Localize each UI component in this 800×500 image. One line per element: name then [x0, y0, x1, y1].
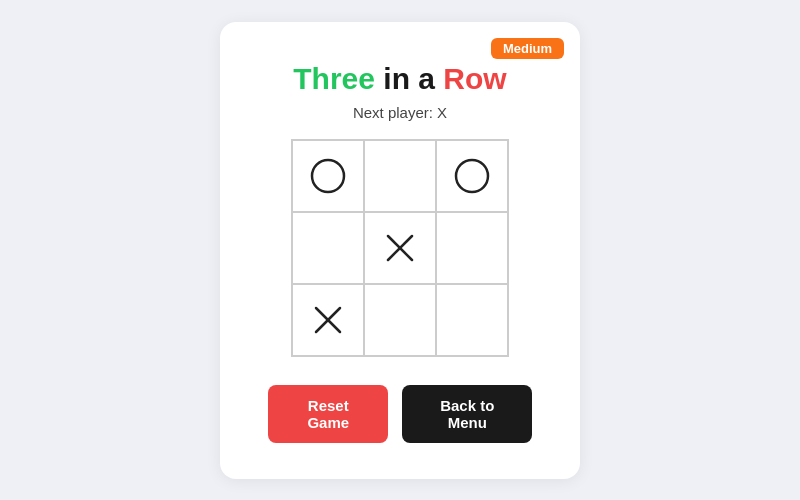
game-board — [291, 139, 509, 357]
action-buttons: Reset Game Back to Menu — [268, 385, 532, 443]
cell-2-2[interactable] — [436, 284, 508, 356]
svg-line-4 — [316, 308, 340, 332]
cell-0-1[interactable] — [364, 140, 436, 212]
difficulty-badge: Medium — [491, 38, 564, 59]
cell-2-1[interactable] — [364, 284, 436, 356]
svg-line-3 — [388, 236, 412, 260]
x-mark — [306, 298, 350, 342]
cell-1-1[interactable] — [364, 212, 436, 284]
svg-point-1 — [456, 160, 488, 192]
cell-0-0[interactable] — [292, 140, 364, 212]
svg-point-0 — [312, 160, 344, 192]
title-part-in: in a — [375, 62, 443, 95]
svg-line-5 — [316, 308, 340, 332]
cell-1-2[interactable] — [436, 212, 508, 284]
game-card: Medium Three in a Row Next player: X Res… — [220, 22, 580, 479]
cell-2-0[interactable] — [292, 284, 364, 356]
back-to-menu-button[interactable]: Back to Menu — [402, 385, 532, 443]
cell-0-2[interactable] — [436, 140, 508, 212]
x-mark — [378, 226, 422, 270]
o-mark — [450, 154, 494, 198]
reset-button[interactable]: Reset Game — [268, 385, 388, 443]
title-part-three: Three — [293, 62, 375, 95]
cell-1-0[interactable] — [292, 212, 364, 284]
next-player-label: Next player: X — [353, 104, 447, 121]
game-title: Three in a Row — [293, 62, 506, 96]
svg-line-2 — [388, 236, 412, 260]
title-part-row: Row — [443, 62, 506, 95]
o-mark — [306, 154, 350, 198]
